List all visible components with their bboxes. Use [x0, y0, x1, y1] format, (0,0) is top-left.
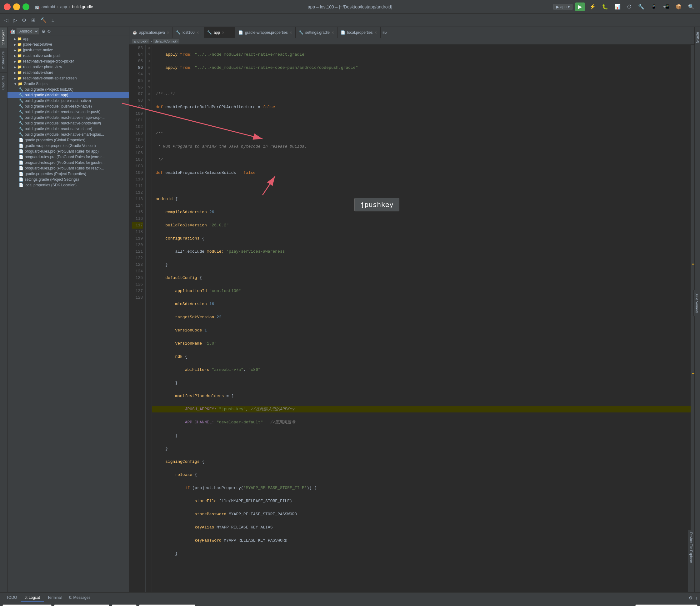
tab-settings[interactable]: 🔧 settings.gradle ×: [296, 27, 338, 38]
more-tabs[interactable]: ≡5: [381, 27, 389, 38]
device-button[interactable]: 📱: [649, 3, 659, 10]
tree-build-splash[interactable]: 🔧build.gradle (Module: react-native-smar…: [7, 132, 129, 137]
bottom-pin-button[interactable]: ↓: [695, 596, 698, 600]
close-tab-lost100[interactable]: ×: [197, 30, 199, 35]
fold-123[interactable]: ⊟: [146, 97, 152, 104]
fold-104[interactable]: ⊟: [146, 64, 152, 71]
lightning-button[interactable]: ⚡: [587, 3, 598, 10]
captures-tab[interactable]: Captures: [0, 72, 7, 93]
tree-gear-icon[interactable]: ⚙: [42, 29, 46, 34]
tree-image-crop[interactable]: ▶ 📁react-native-image-crop-picker: [7, 59, 129, 64]
search-button[interactable]: 🔍: [686, 3, 696, 10]
maximize-button[interactable]: [23, 3, 29, 10]
fold-96[interactable]: ⊟: [146, 51, 152, 58]
tab-messages[interactable]: 0: Messages: [65, 594, 94, 602]
tree-build-jcore[interactable]: 🔧build.gradle (Module: jcore-react-nativ…: [7, 98, 129, 103]
breadcrumb-defaultconfig-block[interactable]: defaultConfig{}: [153, 39, 179, 44]
close-tab-wrapper[interactable]: ×: [290, 30, 292, 35]
secondary-toolbar: ◁ ▷ ⚙ ⊞ 🔨 ±: [0, 14, 700, 27]
show-only-selector[interactable]: Show only selected application No Filter…: [635, 604, 698, 606]
breadcrumb-android[interactable]: android: [42, 4, 55, 9]
project-tab[interactable]: 1: Project: [0, 27, 7, 48]
build-variants-tab[interactable]: Build Variants: [694, 290, 700, 316]
close-tab-local[interactable]: ×: [375, 30, 377, 35]
tree-gradle-wrapper[interactable]: 📄gradle-wrapper.properties (Gradle Versi…: [7, 143, 129, 148]
structure-tab[interactable]: 2: Structure: [0, 48, 7, 72]
tree-photo-view[interactable]: ▶ 📁react-native-photo-view: [7, 64, 129, 70]
fold-86[interactable]: ⊟: [146, 45, 152, 51]
close-tab-settings[interactable]: ×: [332, 30, 334, 35]
tools-button[interactable]: 🔧: [636, 3, 646, 10]
settings-button[interactable]: ⚙: [20, 17, 28, 24]
back-button[interactable]: ◁: [2, 17, 10, 24]
tree-build-project[interactable]: 🔧build.gradle (Project: lost100): [7, 87, 129, 92]
devices-selector[interactable]: No Connected Devices: [2, 604, 52, 606]
devices-selector-wrap: No Connected Devices ▼: [2, 604, 52, 606]
profile-button[interactable]: ⏱: [625, 3, 634, 10]
tree-build-app[interactable]: 🔧build.gradle (Module: app): [7, 92, 129, 98]
tree-proguard-jcore[interactable]: 📄proguard-rules.pro (ProGuard Rules for …: [7, 154, 129, 160]
code-content[interactable]: apply from: "../../node_modules/react-na…: [152, 45, 691, 592]
tree-build-codepush[interactable]: 🔧build.gradle (Module: react-native-code…: [7, 109, 129, 115]
tree-gradle-scripts[interactable]: ▼ 📁Gradle Scripts: [7, 81, 129, 87]
tree-app[interactable]: ▶ 📁app: [7, 36, 129, 42]
code-editor[interactable]: 83 84 85 86 94 95 96 97 98 99 100 101 10…: [129, 45, 691, 592]
tree-jpush[interactable]: ▶ 📁jpush-react-native: [7, 47, 129, 53]
tree-local[interactable]: 📄local.properties (SDK Location): [7, 182, 129, 188]
close-tab-application[interactable]: ×: [167, 30, 169, 35]
sdk-button[interactable]: 📦: [674, 3, 684, 10]
coverage-button[interactable]: 📊: [612, 3, 623, 10]
close-tab-app[interactable]: ×: [222, 30, 224, 35]
tree-settings[interactable]: 📄settings.gradle (Project Settings): [7, 177, 129, 182]
minimize-button[interactable]: [13, 3, 20, 10]
forward-button[interactable]: ▷: [11, 17, 19, 24]
tab-app[interactable]: 🔧 app ×: [204, 27, 235, 38]
fold-121[interactable]: ⊟: [146, 84, 152, 91]
breadcrumb-android-block[interactable]: android{}: [132, 39, 149, 44]
gradle-sidebar-label[interactable]: Gradle: [694, 29, 700, 46]
structure-button[interactable]: ⊞: [29, 17, 37, 24]
tree-gradle-properties[interactable]: 📄gradle.properties (Global Properties): [7, 137, 129, 143]
fold-122[interactable]: ⊟: [146, 91, 152, 97]
tree-jcore[interactable]: ▶ 📁jcore-react-native: [7, 42, 129, 47]
tab-gradle-wrapper[interactable]: 📄 gradle-wrapper.properties ×: [235, 27, 296, 38]
scrollbar-markers[interactable]: [691, 45, 694, 592]
tree-proguard-jpush[interactable]: 📄proguard-rules.pro (ProGuard Rules for …: [7, 160, 129, 165]
breadcrumb-app[interactable]: app: [60, 4, 67, 9]
tree-splash[interactable]: ▶ 📁react-native-smart-splashscreen: [7, 75, 129, 81]
tree-build-jpush[interactable]: 🔧build.gradle (Module: jpush-react-nativ…: [7, 103, 129, 109]
tree-sync-icon[interactable]: ⟲: [47, 29, 51, 34]
tab-terminal[interactable]: Terminal: [44, 594, 65, 602]
tree-codepush[interactable]: ▶ 📁react-native-code-push: [7, 53, 129, 59]
avd-button[interactable]: 📲: [661, 3, 671, 10]
fold-113[interactable]: ⊟: [146, 77, 152, 84]
app-selector[interactable]: ▶ app ▾: [553, 4, 573, 10]
tab-todo[interactable]: TODO: [2, 594, 21, 602]
breadcrumb-file[interactable]: build.gradle: [72, 4, 93, 9]
tree-build-imagecrop[interactable]: 🔧build.gradle (Module: react-native-imag…: [7, 115, 129, 120]
tree-share[interactable]: ▶ 📁react-native-share: [7, 70, 129, 75]
device-file-explorer-tab[interactable]: Device File Explorer: [688, 530, 694, 592]
run-button[interactable]: ▶: [575, 2, 585, 11]
fold-107[interactable]: ⊟: [146, 71, 152, 77]
tab-lost100[interactable]: 🔧 lost100 ×: [173, 27, 204, 38]
tab-local[interactable]: 📄 local.properties ×: [338, 27, 381, 38]
tree-project-properties[interactable]: 📄gradle.properties (Project Properties): [7, 171, 129, 177]
build-button[interactable]: 🔨: [39, 17, 48, 24]
tree-proguard-react[interactable]: 📄proguard-rules.pro (ProGuard Rules for …: [7, 165, 129, 171]
tree-build-photoview[interactable]: 🔧build.gradle (Module: react-native-phot…: [7, 120, 129, 126]
bottom-tab-bar: TODO 6: Logcat Terminal 0: Messages ⚙ ↓: [0, 592, 700, 603]
tab-application-java[interactable]: ☕ application.java ×: [129, 27, 173, 38]
window-controls[interactable]: [4, 3, 29, 10]
close-button[interactable]: [4, 3, 10, 10]
tab-logcat[interactable]: 6: Logcat: [21, 594, 44, 602]
processes-selector[interactable]: No Debuggable Processes: [54, 604, 110, 606]
fold-101[interactable]: ⊟: [146, 58, 152, 64]
verbose-selector[interactable]: Verbose Debug Info Warn Error: [112, 604, 137, 606]
tree-proguard-app[interactable]: 📄proguard-rules.pro (ProGuard Rules for …: [7, 148, 129, 154]
tree-view-selector[interactable]: Android Project: [17, 28, 39, 34]
debug-button[interactable]: 🐛: [600, 3, 610, 10]
tree-build-share[interactable]: 🔧build.gradle (Module: react-native-shar…: [7, 126, 129, 132]
git-button[interactable]: ±: [50, 17, 56, 24]
bottom-settings-button[interactable]: ⚙: [689, 596, 693, 600]
